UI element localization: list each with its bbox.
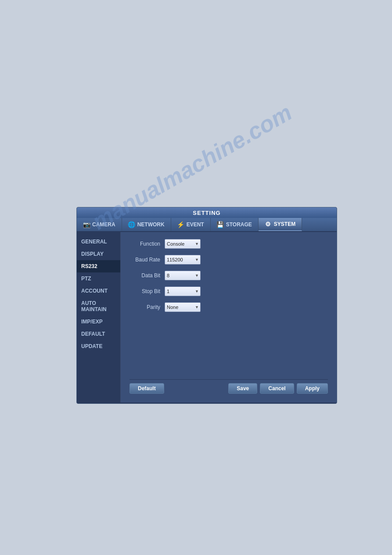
function-select-wrapper: Console Keyboard PTZ <box>165 239 201 249</box>
sidebar-item-display[interactable]: DISPLAY <box>77 248 120 260</box>
save-button[interactable]: Save <box>228 383 257 394</box>
tab-camera-label: CAMERA <box>92 221 115 228</box>
tab-bar: 📷 CAMERA 🌐 NETWORK ⚡ EVENT 💾 STORAGE ⚙ S… <box>77 218 337 232</box>
parity-select-wrapper: None Odd Even <box>165 302 201 312</box>
stop-bit-label: Stop Bit <box>129 288 165 294</box>
function-label: Function <box>129 241 165 247</box>
data-bit-select[interactable]: 5 6 7 8 <box>165 271 201 280</box>
sidebar-item-auto-maintain[interactable]: AUTO MAINTAIN <box>77 297 120 316</box>
tab-event[interactable]: ⚡ EVENT <box>171 218 211 231</box>
dialog-title: SETTING <box>193 210 220 216</box>
tab-storage-label: STORAGE <box>226 221 252 228</box>
event-icon: ⚡ <box>177 221 184 228</box>
apply-button[interactable]: Apply <box>297 383 328 394</box>
tab-system[interactable]: ⚙ SYSTEM <box>259 218 302 231</box>
cancel-button[interactable]: Cancel <box>260 383 294 394</box>
system-icon: ⚙ <box>265 221 272 228</box>
sidebar-item-account[interactable]: ACCOUNT <box>77 285 120 297</box>
parity-label: Parity <box>129 304 165 310</box>
data-bit-label: Data Bit <box>129 272 165 279</box>
sidebar-item-imp-exp[interactable]: IMP/EXP <box>77 316 120 328</box>
form-row-parity: Parity None Odd Even <box>129 302 328 312</box>
baud-rate-select-wrapper: 9600 19200 38400 57600 115200 <box>165 255 201 265</box>
tab-storage[interactable]: 💾 STORAGE <box>211 218 259 231</box>
sidebar-item-default[interactable]: DEFAULT <box>77 328 120 340</box>
parity-select[interactable]: None Odd Even <box>165 302 201 312</box>
baud-rate-select[interactable]: 9600 19200 38400 57600 115200 <box>165 255 201 265</box>
baud-rate-label: Baud Rate <box>129 257 165 263</box>
action-buttons: Save Cancel Apply <box>228 383 328 394</box>
tab-system-label: SYSTEM <box>274 221 295 227</box>
settings-dialog: SETTING 📷 CAMERA 🌐 NETWORK ⚡ EVENT 💾 STO… <box>76 207 337 404</box>
sidebar-item-ptz[interactable]: PTZ <box>77 272 120 285</box>
data-bit-select-wrapper: 5 6 7 8 <box>165 271 201 280</box>
main-content: Function Console Keyboard PTZ Baud Rate <box>121 232 337 403</box>
storage-icon: 💾 <box>217 221 224 228</box>
tab-camera[interactable]: 📷 CAMERA <box>77 218 122 231</box>
function-select[interactable]: Console Keyboard PTZ <box>165 239 201 249</box>
form-row-stop-bit: Stop Bit 1 2 <box>129 287 328 296</box>
sidebar: GENERAL DISPLAY RS232 PTZ ACCOUNT AUTO M… <box>77 232 121 403</box>
camera-icon: 📷 <box>83 221 90 228</box>
dialog-body: GENERAL DISPLAY RS232 PTZ ACCOUNT AUTO M… <box>77 232 337 403</box>
stop-bit-select-wrapper: 1 2 <box>165 287 201 296</box>
default-button[interactable]: Default <box>129 383 164 394</box>
tab-network[interactable]: 🌐 NETWORK <box>122 218 171 231</box>
network-icon: 🌐 <box>128 221 135 228</box>
bottom-bar: Default Save Cancel Apply <box>129 379 328 395</box>
form-row-data-bit: Data Bit 5 6 7 8 <box>129 271 328 280</box>
sidebar-item-rs232[interactable]: RS232 <box>77 260 120 272</box>
form-row-function: Function Console Keyboard PTZ <box>129 239 328 249</box>
form-area: Function Console Keyboard PTZ Baud Rate <box>129 239 328 379</box>
tab-network-label: NETWORK <box>137 221 165 228</box>
tab-event-label: EVENT <box>187 221 204 228</box>
form-row-baud-rate: Baud Rate 9600 19200 38400 57600 115200 <box>129 255 328 265</box>
stop-bit-select[interactable]: 1 2 <box>165 287 201 296</box>
sidebar-item-update[interactable]: UPDATE <box>77 340 120 352</box>
dialog-title-bar: SETTING <box>77 207 337 218</box>
sidebar-item-general[interactable]: GENERAL <box>77 236 120 248</box>
